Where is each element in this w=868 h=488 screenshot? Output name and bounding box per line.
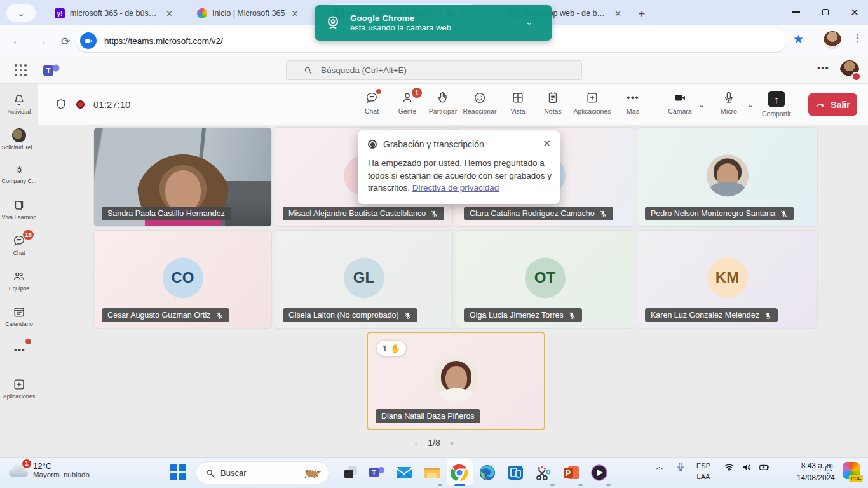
sidebar-item-chat[interactable]: 15 Chat (0, 234, 38, 256)
shield-icon (55, 98, 67, 111)
speaker-icon[interactable] (741, 461, 753, 473)
taskbar-chrome-icon[interactable] (450, 463, 469, 482)
sidebar-item-company[interactable]: Company C... (0, 164, 38, 184)
participant-tile-olga[interactable]: OT Olga Lucia Jimenez Torres (456, 230, 634, 329)
notification-bell-icon[interactable] (822, 463, 834, 475)
camera-label: Cámara (668, 107, 691, 115)
taskbar-edge-icon[interactable] (478, 463, 497, 482)
window-restore-button[interactable] (811, 0, 840, 24)
wifi-icon[interactable] (723, 461, 735, 473)
window-close-button[interactable]: ✕ (840, 0, 868, 24)
sidebar-item-viva-learning[interactable]: Viva Learning (0, 198, 38, 220)
task-view-icon[interactable] (341, 463, 360, 482)
sidebar-item-calendario[interactable]: Calendario (0, 305, 38, 327)
dialog-close-icon[interactable]: ✕ (543, 138, 551, 149)
start-button[interactable] (170, 464, 186, 480)
camera-options-chevron-icon[interactable]: ⌄ (698, 100, 705, 109)
view-label: Vista (510, 107, 525, 115)
avatar-photo (433, 356, 479, 402)
pager-next-chevron-icon[interactable]: › (451, 437, 454, 448)
sidebar-item-aplicaciones[interactable]: Aplicaciones (0, 377, 38, 400)
back-button[interactable]: ← (9, 33, 25, 50)
participant-tile-gisela[interactable]: GL Gisela Laiton (No comprobado) (275, 230, 453, 329)
teams-header-more-icon[interactable]: ••• (817, 62, 829, 73)
tray-expand-chevron-icon[interactable]: ︿ (656, 461, 664, 473)
raise-hand-button[interactable]: Participar (425, 91, 461, 115)
desktop-screen: ⌄ y! microsoft 365 - de búsqueda ✕ Inici… (0, 0, 868, 488)
battery-icon[interactable] (757, 461, 771, 473)
privacy-policy-link[interactable]: Directiva de privacidad (412, 183, 499, 193)
camera-button[interactable]: Cámara (662, 91, 698, 115)
notes-button[interactable]: Notas (535, 91, 571, 115)
teams-search-bar[interactable]: Búsqueda (Ctrl+Alt+E) (286, 60, 582, 80)
dialog-body: Ha empezado por usted. Hemos preguntado … (368, 157, 552, 194)
participant-tile-karen[interactable]: KM Karen Luz Gonzalez Melendez (637, 230, 818, 329)
participant-tile-sandra[interactable]: Sandra Paola Castillo Hernandez (93, 127, 272, 227)
mic-options-chevron-icon[interactable]: ⌄ (747, 100, 754, 109)
window-minimize-button[interactable] (782, 0, 811, 24)
cloud-icon: 1 (9, 463, 28, 477)
camera-in-use-indicator-icon[interactable] (80, 32, 97, 49)
tab-close-icon[interactable]: ✕ (290, 9, 299, 18)
taskbar-mail-icon[interactable] (395, 463, 414, 482)
taskbar-phone-link-icon[interactable] (506, 463, 525, 482)
search-icon (303, 65, 313, 76)
notification-expand-chevron-icon[interactable]: ⌄ (526, 17, 533, 27)
tab-search-button[interactable]: ⌄ (6, 4, 36, 22)
browser-tab-1[interactable]: y! microsoft 365 - de búsqueda ✕ (48, 4, 180, 23)
taskbar-weather-widget[interactable]: 1 12°C Mayorm. nublado (9, 461, 90, 478)
add-app-icon (585, 91, 599, 105)
rail-more-icon[interactable]: ••• (14, 345, 25, 355)
teams-profile-avatar[interactable] (840, 60, 859, 79)
participant-name-tag: Karen Luz Gonzalez Melendez (645, 308, 778, 322)
tab-title: Inicio | Microsoft 365 (212, 9, 285, 18)
view-button[interactable]: Vista (500, 91, 536, 115)
forward-button[interactable]: → (33, 33, 50, 50)
language-indicator[interactable]: ESP LAA (696, 461, 710, 482)
share-button[interactable]: ↑ Compartir (759, 91, 794, 118)
sidebar-item-solicitud[interactable]: Solicitud Tel... (0, 128, 38, 151)
tab-close-icon[interactable]: ✕ (165, 9, 174, 18)
taskbar-teams-icon[interactable]: T (367, 463, 386, 482)
sidebar-item-equipos[interactable]: Equipos (0, 269, 38, 292)
participant-name-tag: Diana Natali Daza Piñeros (376, 409, 480, 423)
react-button[interactable]: Reaccionar (462, 91, 498, 115)
browser-tab-2[interactable]: Inicio | Microsoft 365 ✕ (191, 4, 322, 23)
pager-page-indicator: 1/8 (428, 438, 440, 448)
refresh-button[interactable]: ⟳ (57, 33, 74, 50)
participant-tile-pedro[interactable]: Pedro Nelson Montenegro Santana (637, 127, 818, 227)
tab-close-icon[interactable]: ✕ (613, 9, 623, 18)
notification-message: está usando la cámara web (350, 23, 451, 32)
browser-menu-kebab-icon[interactable]: ⋮ (852, 32, 862, 44)
chrome-camera-notification[interactable]: Google Chrome está usando la cámara web … (315, 5, 552, 41)
participant-tile-diana[interactable]: 1 ✋ Diana Natali Daza Piñeros (367, 332, 545, 430)
new-tab-button[interactable]: + (634, 6, 649, 22)
weather-text: 12°C Mayorm. nublado (33, 461, 90, 478)
taskbar-snipping-tool-icon[interactable] (534, 463, 553, 482)
bookmark-star-icon[interactable]: ★ (793, 32, 804, 46)
svg-text:T: T (372, 470, 376, 477)
pager-prev-chevron-icon[interactable]: ‹ (414, 437, 417, 448)
sidebar-item-actividad[interactable]: Actividad (0, 93, 38, 115)
mic-button[interactable]: Micro (711, 91, 747, 115)
browser-profile-avatar[interactable] (824, 31, 841, 49)
apps-button[interactable]: Aplicaciones (574, 91, 610, 115)
tray-microphone-icon[interactable] (675, 461, 686, 473)
leave-button[interactable]: Salir (808, 93, 857, 116)
share-icon: ↑ (768, 91, 785, 107)
taskbar-powerpoint-icon[interactable]: P (562, 463, 581, 482)
taskbar-file-explorer-icon[interactable] (422, 463, 441, 482)
mic-muted-icon (430, 210, 438, 218)
running-indicator (550, 484, 555, 486)
participant-tile-cesar[interactable]: CO Cesar Augusto Guzman Ortiz (93, 230, 272, 329)
taskbar-media-player-icon[interactable] (590, 463, 609, 482)
taskbar-search-box[interactable]: Buscar (196, 461, 329, 484)
more-button[interactable]: ••• Más (615, 91, 651, 115)
microsoft365-favicon (197, 8, 207, 18)
chat-button[interactable]: Chat (354, 91, 390, 115)
app-launcher-waffle-icon[interactable] (15, 64, 27, 77)
people-button[interactable]: 1 Gente (390, 91, 425, 115)
more-label: Más (627, 107, 639, 115)
notification-title: Google Chrome (350, 13, 451, 23)
grid-view-icon (511, 91, 525, 105)
